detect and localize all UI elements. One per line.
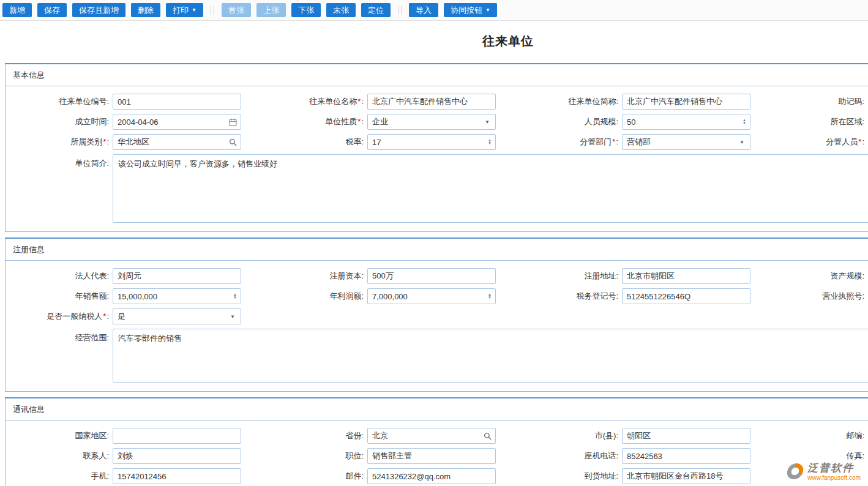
mobile-input[interactable] bbox=[113, 469, 241, 484]
chevron-down-icon[interactable]: ▼ bbox=[479, 119, 495, 125]
founding-date-input[interactable] bbox=[113, 114, 225, 129]
field-label-text: 法人代表 bbox=[75, 271, 107, 280]
unit-nature-input[interactable] bbox=[368, 114, 479, 129]
section-basic-info: 基本信息往来单位编号:往来单位名称*:往来单位简称:助记码:成立时间:单位性质*… bbox=[5, 63, 868, 232]
delivery-address-label: 到货地址: bbox=[498, 471, 620, 482]
app-window: 新增保存保存且新增删除打印▼首张上张下张末张定位导入协同按钮▼ 往来单位 基本信… bbox=[0, 0, 868, 486]
new-button[interactable]: 新增 bbox=[2, 3, 32, 17]
country-region-input[interactable] bbox=[113, 428, 241, 443]
mnemonic-code-label: 助记码: bbox=[752, 96, 866, 107]
registered-capital-input[interactable] bbox=[368, 269, 495, 283]
manager-label: 分管人员*: bbox=[752, 136, 866, 148]
department-input[interactable] bbox=[623, 135, 734, 149]
first-record-button[interactable]: 首张 bbox=[222, 3, 251, 17]
separator-bar bbox=[401, 6, 402, 15]
annual-profit-input[interactable] bbox=[368, 289, 484, 304]
print-button[interactable]: 打印▼ bbox=[166, 3, 203, 17]
partner-short-name-input[interactable] bbox=[623, 94, 750, 109]
partner-name-label: 往来单位名称*: bbox=[243, 96, 365, 107]
form-row: 手机:邮件:到货地址: bbox=[10, 468, 868, 484]
spinner-down-icon[interactable]: ▼ bbox=[488, 296, 492, 299]
partner-code-input[interactable] bbox=[113, 94, 241, 109]
locate-button-label: 定位 bbox=[368, 5, 384, 16]
field-label-colon: : bbox=[361, 117, 364, 126]
field-label-text: 所属类别 bbox=[70, 137, 102, 146]
spinner-down-icon[interactable]: ▼ bbox=[488, 142, 492, 145]
annual-sales-stepper[interactable]: ▲▼ bbox=[230, 293, 241, 299]
chevron-down-icon: ▼ bbox=[485, 8, 490, 13]
field-label-colon: : bbox=[361, 471, 364, 480]
tax-registration-no-label: 税务登记号: bbox=[498, 291, 620, 302]
partner-code-field bbox=[113, 94, 241, 110]
required-asterisk: * bbox=[103, 137, 106, 146]
form-row: 年销售额:▲▼年利润额:▲▼税务登记号:营业执照号: bbox=[10, 288, 868, 304]
tax-rate-stepper[interactable]: ▲▼ bbox=[484, 139, 495, 145]
field-label-colon: : bbox=[107, 137, 109, 146]
field-label-colon: : bbox=[107, 271, 109, 280]
contact-person-input[interactable] bbox=[113, 449, 241, 463]
locate-button[interactable]: 定位 bbox=[361, 3, 391, 17]
delete-button[interactable]: 删除 bbox=[131, 3, 160, 17]
previous-record-button[interactable]: 上张 bbox=[256, 3, 286, 17]
annual-sales-input[interactable] bbox=[113, 289, 230, 304]
collaboration-button[interactable]: 协同按钮▼ bbox=[444, 3, 497, 17]
tax-rate-input[interactable] bbox=[368, 135, 484, 149]
spinner-down-icon[interactable]: ▼ bbox=[233, 296, 237, 299]
city-input[interactable] bbox=[623, 428, 750, 443]
position-input[interactable] bbox=[368, 449, 495, 463]
partner-code-label: 往来单位编号: bbox=[10, 96, 111, 107]
required-asterisk: * bbox=[103, 312, 106, 321]
next-record-button[interactable]: 下张 bbox=[291, 3, 321, 17]
partner-name-field bbox=[367, 94, 496, 110]
field-label-text: 是否一般纳税人 bbox=[47, 312, 102, 321]
mobile-field bbox=[113, 468, 241, 484]
business-scope-textarea[interactable]: 汽车零部件的销售 bbox=[113, 329, 868, 383]
department-label: 分管部门*: bbox=[498, 136, 620, 148]
section-title: 注册信息 bbox=[6, 239, 52, 260]
founding-date-field bbox=[113, 114, 241, 130]
last-record-button[interactable]: 末张 bbox=[326, 3, 356, 17]
form-row: 经营范围:汽车零部件的销售 bbox=[10, 329, 868, 383]
field-label-text: 税率 bbox=[345, 137, 361, 146]
delivery-address-field bbox=[622, 468, 750, 484]
field-label-colon: : bbox=[107, 431, 109, 440]
legal-representative-input[interactable] bbox=[113, 269, 241, 283]
save-and-new-button[interactable]: 保存且新增 bbox=[72, 3, 125, 17]
import-button[interactable]: 导入 bbox=[409, 3, 438, 17]
delivery-address-input[interactable] bbox=[623, 469, 750, 484]
staff-size-input[interactable] bbox=[623, 114, 739, 129]
search-icon[interactable] bbox=[480, 432, 495, 440]
brand-name: 泛普软件 bbox=[807, 462, 861, 474]
field-label-text: 单位简介 bbox=[75, 159, 107, 168]
email-input[interactable] bbox=[368, 469, 495, 484]
general-taxpayer-field: ▼ bbox=[113, 308, 241, 324]
field-label-text: 税务登记号 bbox=[576, 291, 616, 301]
contact-person-field bbox=[113, 448, 241, 464]
field-label-text: 单位性质 bbox=[325, 117, 357, 126]
first-record-button-label: 首张 bbox=[228, 5, 244, 16]
required-asterisk: * bbox=[357, 117, 361, 126]
chevron-down-icon[interactable]: ▼ bbox=[734, 140, 750, 145]
mobile-label: 手机: bbox=[10, 471, 111, 482]
staff-size-stepper[interactable]: ▲▼ bbox=[739, 119, 750, 125]
tax-registration-no-input[interactable] bbox=[623, 289, 750, 304]
spinner-down-icon[interactable]: ▼ bbox=[743, 122, 746, 125]
registered-address-input[interactable] bbox=[623, 269, 750, 283]
category-input[interactable] bbox=[113, 135, 225, 149]
field-label-text: 邮编 bbox=[846, 431, 862, 440]
field-label-text: 营业执照号 bbox=[822, 291, 862, 301]
search-icon[interactable] bbox=[225, 138, 241, 146]
general-taxpayer-input[interactable] bbox=[113, 309, 225, 324]
unit-intro-textarea[interactable]: 该公司成立时间早，客户资源多，销售业绩好 bbox=[113, 154, 868, 223]
chevron-down-icon[interactable]: ▼ bbox=[225, 314, 241, 320]
unit-nature-field: ▼ bbox=[367, 114, 496, 130]
annual-profit-stepper[interactable]: ▲▼ bbox=[484, 293, 495, 299]
section-registration-info: 注册信息法人代表:注册资本:注册地址:资产规模:年销售额:▲▼年利润额:▲▼税务… bbox=[5, 237, 868, 392]
save-button[interactable]: 保存 bbox=[37, 3, 67, 17]
landline-input[interactable] bbox=[623, 449, 750, 463]
postal-code-label: 邮编: bbox=[752, 430, 866, 441]
province-input[interactable] bbox=[368, 428, 480, 443]
field-label-text: 年利润额 bbox=[329, 291, 361, 301]
partner-name-input[interactable] bbox=[368, 94, 495, 109]
calendar-icon[interactable] bbox=[225, 118, 241, 126]
